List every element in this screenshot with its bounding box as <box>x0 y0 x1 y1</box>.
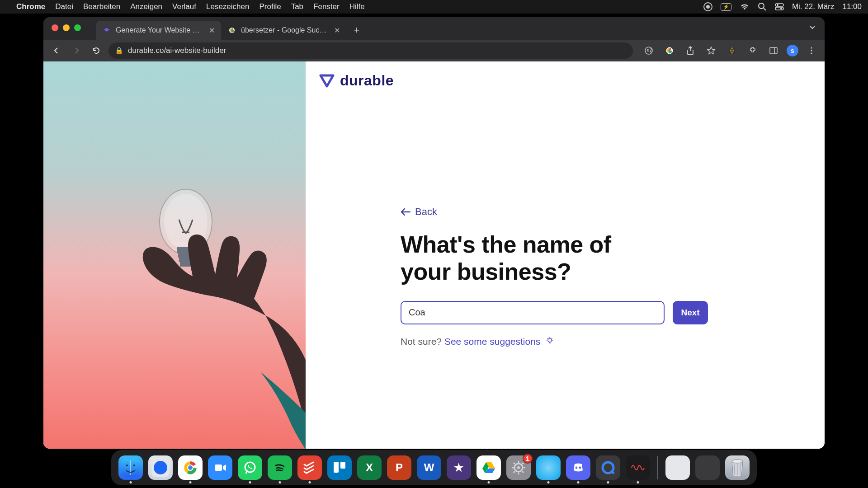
content-pane: durable Back What's the name of your bus… <box>306 61 825 449</box>
dock-app-app-util[interactable] <box>665 455 690 480</box>
screen-record-icon[interactable] <box>703 2 712 11</box>
menubar-date[interactable]: Mi. 22. März <box>792 2 835 11</box>
dock-app-whatsapp[interactable] <box>238 455 262 480</box>
svg-point-63 <box>732 460 743 463</box>
svg-rect-44 <box>340 462 345 469</box>
menu-item[interactable]: Profile <box>259 2 281 11</box>
profile-avatar[interactable]: s <box>787 45 798 56</box>
menu-item[interactable]: Datei <box>55 2 73 11</box>
dock-app-zoom[interactable] <box>208 455 232 480</box>
dock-app-safari[interactable] <box>148 455 173 480</box>
dock-app-excel[interactable]: X <box>357 455 382 480</box>
dock-app-trash[interactable] <box>725 455 750 480</box>
dock-app-drive[interactable] <box>476 455 501 480</box>
suggestions-hint: Not sure? See some suggestions <box>401 336 708 347</box>
tab-close-icon[interactable]: ✕ <box>334 26 340 35</box>
menu-item[interactable]: Hilfe <box>349 2 365 11</box>
svg-point-58 <box>576 467 578 469</box>
dock-separator <box>657 456 658 479</box>
running-indicator <box>547 481 550 483</box>
svg-rect-37 <box>215 465 222 471</box>
browser-toolbar: 🔒 durable.co/ai-website-builder s <box>43 40 825 61</box>
window-minimize[interactable] <box>63 24 70 31</box>
svg-point-16 <box>811 52 812 54</box>
dock-app-screenshot[interactable] <box>695 455 720 480</box>
tab-favicon <box>102 26 111 35</box>
lightbulb-icon <box>546 337 554 345</box>
business-name-input[interactable] <box>401 301 665 324</box>
window-close[interactable] <box>52 24 58 31</box>
dock-app-voice-memos[interactable] <box>626 455 650 480</box>
translate-icon[interactable] <box>641 43 656 58</box>
menu-item[interactable]: Anzeigen <box>130 2 162 11</box>
window-zoom[interactable] <box>74 24 81 31</box>
menu-item[interactable]: Fenster <box>313 2 340 11</box>
share-icon[interactable] <box>683 43 698 58</box>
wifi-icon[interactable] <box>740 3 750 10</box>
control-center-icon[interactable] <box>775 3 784 10</box>
dock-app-spotify[interactable] <box>268 455 292 480</box>
nav-forward-button[interactable] <box>69 43 84 58</box>
svg-rect-3 <box>775 7 783 10</box>
back-button[interactable]: Back <box>401 206 708 218</box>
svg-line-55 <box>522 463 524 464</box>
new-tab-button[interactable]: + <box>349 23 364 38</box>
onboarding-form: Back What's the name of your business? N… <box>401 206 708 347</box>
see-suggestions-link[interactable]: See some suggestions <box>444 336 540 347</box>
tab-favicon <box>227 26 236 35</box>
tab-overflow-icon[interactable] <box>808 23 816 32</box>
svg-point-28 <box>126 465 128 466</box>
battery-icon[interactable]: ⚡ <box>721 3 731 11</box>
dock-app-finder[interactable] <box>118 455 143 480</box>
bookmark-icon[interactable] <box>703 43 719 58</box>
svg-line-26 <box>552 338 552 338</box>
svg-point-59 <box>579 467 581 469</box>
tab-close-icon[interactable]: ✕ <box>209 26 215 35</box>
tab-title: Generate Your Website with AI <box>116 26 202 34</box>
brand-logo[interactable]: durable <box>319 72 394 89</box>
dock-app-word[interactable]: W <box>417 455 441 480</box>
page-heading: What's the name of your business? <box>401 231 654 286</box>
dock-app-quicktime[interactable] <box>596 455 620 480</box>
dock-app-todoist[interactable] <box>297 455 322 480</box>
svg-point-0 <box>759 3 764 9</box>
extensions-icon[interactable] <box>745 43 760 58</box>
dock-app-imovie[interactable]: ★ <box>447 455 471 480</box>
svg-line-54 <box>522 471 524 473</box>
dock-app-discord[interactable] <box>566 455 590 480</box>
svg-rect-2 <box>775 4 783 6</box>
dock-app-settings[interactable]: 1 <box>506 455 531 480</box>
back-label: Back <box>415 206 437 218</box>
dock-app-trello[interactable] <box>327 455 352 480</box>
dock-app-app-blue[interactable] <box>536 455 561 480</box>
running-indicator <box>130 481 132 483</box>
dock-app-powerpoint[interactable]: P <box>387 455 411 480</box>
address-bar[interactable]: 🔒 durable.co/ai-website-builder <box>108 42 633 59</box>
browser-tab[interactable]: Generate Your Website with AI ✕ <box>96 21 221 40</box>
dock: XPW★1 <box>111 450 757 485</box>
menubar-app-name[interactable]: Chrome <box>16 2 45 11</box>
sidepanel-icon[interactable] <box>766 43 781 58</box>
url-text: durable.co/ai-website-builder <box>128 46 226 55</box>
chrome-menu-icon[interactable] <box>804 43 819 58</box>
svg-point-15 <box>811 50 812 51</box>
extension-color-icon[interactable] <box>724 43 740 58</box>
menu-item[interactable]: Bearbeiten <box>83 2 120 11</box>
running-indicator <box>189 481 192 483</box>
menu-item[interactable]: Verlauf <box>172 2 196 11</box>
menu-item[interactable]: Tab <box>291 2 303 11</box>
nav-reload-button[interactable] <box>89 43 104 58</box>
nav-back-button[interactable] <box>49 43 64 58</box>
next-button[interactable]: Next <box>673 301 708 324</box>
google-icon[interactable] <box>662 43 677 58</box>
svg-point-14 <box>811 47 812 48</box>
browser-tab[interactable]: übersetzer - Google Suche ✕ <box>221 21 346 40</box>
page-viewport: durable Back What's the name of your bus… <box>43 61 825 449</box>
dock-app-chrome[interactable] <box>178 455 203 480</box>
arrow-left-icon <box>401 208 410 216</box>
mac-menubar: Chrome Datei Bearbeiten Anzeigen Verlauf… <box>0 0 868 14</box>
menu-item[interactable]: Lesezeichen <box>206 2 249 11</box>
spotlight-icon[interactable] <box>758 2 767 11</box>
menubar-time[interactable]: 11:00 <box>842 2 862 11</box>
svg-point-4 <box>777 4 778 6</box>
